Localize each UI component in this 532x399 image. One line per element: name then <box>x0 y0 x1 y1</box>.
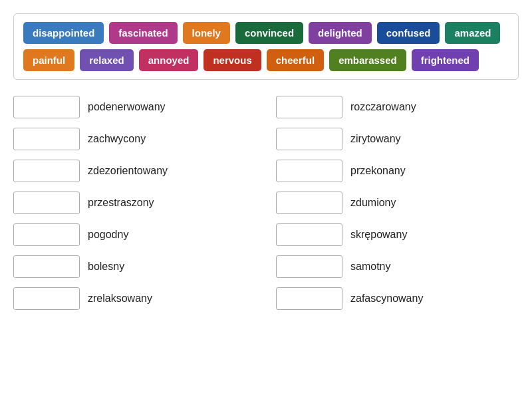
match-row-right-5: samotny <box>276 255 519 278</box>
match-row-left-3: przestraszony <box>13 192 256 214</box>
match-area: podenerwowanyzachwyconyzdezorientowanypr… <box>13 96 519 319</box>
answer-box-right-6[interactable] <box>276 287 342 310</box>
answer-box-right-5[interactable] <box>276 255 342 278</box>
match-row-right-6: zafascynowany <box>276 287 519 310</box>
answer-box-left-1[interactable] <box>13 128 80 150</box>
word-chip-confused[interactable]: confused <box>377 22 440 44</box>
match-row-right-0: rozczarowany <box>276 96 519 118</box>
answer-box-left-0[interactable] <box>13 96 80 118</box>
translation-label-right-4: skrępowany <box>350 229 407 241</box>
match-row-right-4: skrępowany <box>276 223 519 246</box>
answer-box-left-2[interactable] <box>13 160 80 182</box>
word-chip-cheerful[interactable]: cheerful <box>267 49 324 71</box>
match-row-right-3: zdumiony <box>276 192 519 214</box>
answer-box-right-2[interactable] <box>276 160 342 182</box>
translation-label-right-2: przekonany <box>350 165 406 177</box>
match-row-right-1: zirytowany <box>276 128 519 150</box>
answer-box-right-1[interactable] <box>276 128 342 150</box>
word-chip-disappointed[interactable]: disappointed <box>23 22 104 44</box>
word-chip-delighted[interactable]: delighted <box>309 22 372 44</box>
word-chip-amazed[interactable]: amazed <box>445 22 500 44</box>
answer-box-right-4[interactable] <box>276 223 342 246</box>
translation-label-left-6: zrelaksowany <box>88 293 152 305</box>
translation-label-left-5: bolesny <box>88 261 124 273</box>
word-chip-embarassed[interactable]: embarassed <box>329 49 406 71</box>
word-chip-annoyed[interactable]: annoyed <box>139 49 199 71</box>
answer-box-right-0[interactable] <box>276 96 342 118</box>
translation-label-left-2: zdezorientowany <box>88 165 168 177</box>
match-row-left-6: zrelaksowany <box>13 287 256 310</box>
answer-box-left-3[interactable] <box>13 192 80 214</box>
match-row-left-0: podenerwowany <box>13 96 256 118</box>
match-row-left-5: bolesny <box>13 255 256 278</box>
word-chip-nervous[interactable]: nervous <box>203 49 261 71</box>
translation-label-left-1: zachwycony <box>88 133 146 145</box>
word-bank: disappointedfascinatedlonelyconvinceddel… <box>13 13 519 80</box>
translation-label-right-5: samotny <box>350 261 390 273</box>
word-chip-lonely[interactable]: lonely <box>183 22 230 44</box>
translation-label-right-6: zafascynowany <box>350 293 423 305</box>
translation-label-left-4: pogodny <box>88 229 128 241</box>
match-row-left-1: zachwycony <box>13 128 256 150</box>
translation-label-right-3: zdumiony <box>350 197 396 209</box>
translation-label-left-0: podenerwowany <box>88 101 166 113</box>
translation-label-right-1: zirytowany <box>350 133 401 145</box>
word-chip-fascinated[interactable]: fascinated <box>109 22 177 44</box>
match-row-left-2: zdezorientowany <box>13 160 256 182</box>
answer-box-left-5[interactable] <box>13 255 80 278</box>
answer-box-right-3[interactable] <box>276 192 342 214</box>
word-chip-relaxed[interactable]: relaxed <box>80 49 134 71</box>
match-row-left-4: pogodny <box>13 223 256 246</box>
translation-label-left-3: przestraszony <box>88 197 154 209</box>
translation-label-right-0: rozczarowany <box>350 101 416 113</box>
answer-box-left-4[interactable] <box>13 223 80 246</box>
match-column-right: rozczarowanyzirytowanyprzekonanyzdumiony… <box>276 96 519 319</box>
word-chip-frightened[interactable]: frightened <box>412 49 479 71</box>
word-chip-convinced[interactable]: convinced <box>235 22 303 44</box>
answer-box-left-6[interactable] <box>13 287 80 310</box>
match-row-right-2: przekonany <box>276 160 519 182</box>
match-column-left: podenerwowanyzachwyconyzdezorientowanypr… <box>13 96 256 319</box>
word-chip-painful[interactable]: painful <box>23 49 74 71</box>
